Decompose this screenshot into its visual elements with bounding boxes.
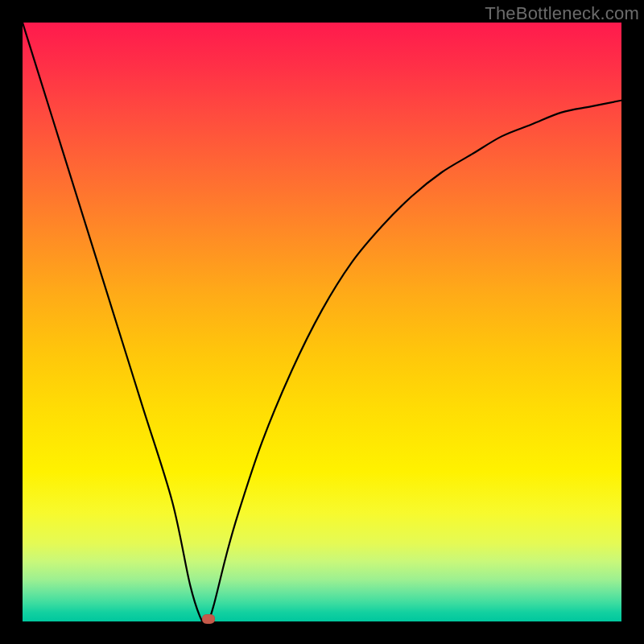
chart-frame: TheBottleneck.com [0, 0, 644, 644]
optimum-marker [202, 614, 215, 624]
bottleneck-curve [23, 23, 621, 621]
curve-svg [23, 23, 621, 621]
watermark-label: TheBottleneck.com [485, 3, 639, 24]
plot-area [23, 23, 621, 621]
